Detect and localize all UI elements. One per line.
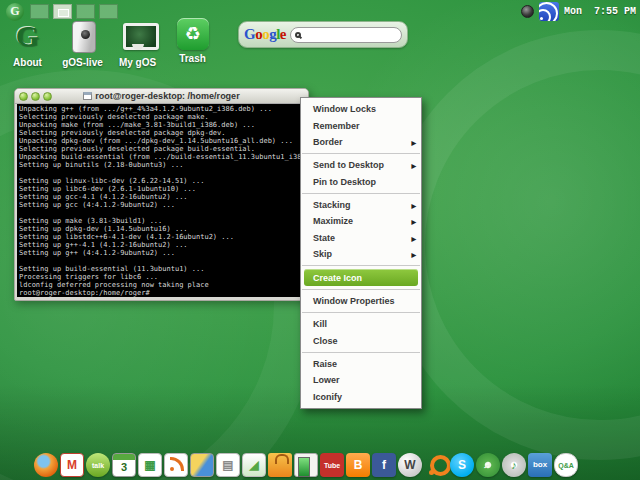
gmail-icon[interactable]: M <box>60 453 84 477</box>
google-shopping-icon[interactable] <box>268 453 292 477</box>
workspace-3[interactable] <box>76 4 95 19</box>
terminal-titlebar[interactable]: root@roger-desktop: /home/roger <box>15 89 308 104</box>
menu-item-window-locks[interactable]: Window Locks ▶ <box>301 101 421 117</box>
desktop-icon-my-gos[interactable]: My gOS <box>110 18 165 68</box>
menu-item-raise[interactable]: Raise ▶ <box>301 356 421 372</box>
google-maps-icon[interactable] <box>190 453 214 477</box>
terminal-line: Setting up build-essential (11.3ubuntu1)… <box>19 265 304 273</box>
terminal-line: Setting up linux-libc-dev (2.6.22-14.51)… <box>19 177 304 185</box>
google-logo-letter: e <box>280 26 286 42</box>
desktop-icon-label: My gOS <box>119 57 156 68</box>
submenu-arrow-icon: ▶ <box>411 138 416 145</box>
wifi-signal-dot <box>540 17 543 20</box>
google-finance-icon[interactable]: ◢ <box>242 453 266 477</box>
background-swirl <box>385 30 640 460</box>
google-search-widget: Google <box>238 21 408 48</box>
jukebox-icon[interactable] <box>294 453 318 477</box>
terminal-line: Setting up binutils (2.18-0ubuntu3) ... <box>19 161 304 169</box>
terminal-line: Setting up g++ (4:4.1.2-9ubuntu2) ... <box>19 249 304 257</box>
google-news-icon[interactable]: ▤ <box>216 453 240 477</box>
terminal-line: Setting up dpkg-dev (1.14.5ubuntu16) ... <box>19 225 304 233</box>
terminal-window[interactable]: root@roger-desktop: /home/roger Unpackin… <box>14 88 309 301</box>
workspace-pager <box>30 4 118 19</box>
media-player-icon[interactable]: ♪ <box>502 453 526 477</box>
terminal-line: Setting up make (3.81-3build1) ... <box>19 217 304 225</box>
desktop-icon-image <box>120 18 156 54</box>
window-context-menu: Window Locks ▶ Remember ▶ Border ▶ ▶ Sen… <box>300 97 422 409</box>
system-tray: Mon 7:55 PM <box>521 2 638 21</box>
google-docs-icon[interactable]: ▦ <box>138 453 162 477</box>
menu-item-create-icon[interactable]: Create Icon ▶ <box>304 269 418 285</box>
desktop-icon-label: About <box>13 57 42 68</box>
menu-item-remember[interactable]: Remember ▶ <box>301 117 421 133</box>
terminal-line: Unpacking g++ (from .../g++_4%3a4.1.2-9u… <box>19 105 304 113</box>
menu-item-stacking[interactable]: Stacking ▶ <box>301 197 421 213</box>
desktop-icon-image: G <box>10 18 46 54</box>
workspace-1[interactable] <box>30 4 49 19</box>
window-close-button[interactable] <box>43 92 52 101</box>
workspace-4[interactable] <box>99 4 118 19</box>
menu-item-iconify[interactable]: Iconify ▶ <box>301 389 421 405</box>
terminal-line: ldconfig deferred processing now taking … <box>19 281 304 289</box>
menu-item: ▶ <box>302 193 420 194</box>
facebook-icon[interactable]: f <box>372 453 396 477</box>
menu-item: ▶ <box>302 265 420 266</box>
google-calendar-icon[interactable]: 3 <box>112 453 136 477</box>
terminal-line: Unpacking dpkg-dev (from .../dpkg-dev_1.… <box>19 137 304 145</box>
desktop-background: G Mon 7:55 PM G About gOS-live <box>0 0 640 480</box>
menu-item-border[interactable]: Border ▶ <box>301 134 421 150</box>
terminal-line <box>19 169 304 177</box>
submenu-arrow-icon: ▶ <box>411 202 416 209</box>
terminal-line <box>19 209 304 217</box>
terminal-line: Setting up gcc-4.1 (4.1.2-16ubuntu2) ... <box>19 193 304 201</box>
menu-item-send-to-desktop[interactable]: Send to Desktop ▶ <box>301 157 421 173</box>
search-icon <box>295 32 301 38</box>
window-menu-button[interactable] <box>19 92 28 101</box>
google-talk-icon[interactable]: talk <box>86 453 110 477</box>
meebo-icon[interactable] <box>424 453 448 477</box>
menu-item: ▶ <box>302 289 420 290</box>
window-minimize-button[interactable] <box>31 92 40 101</box>
google-logo-letter: G <box>244 26 255 42</box>
terminal-line: Unpacking build-essential (from .../buil… <box>19 153 304 161</box>
dock: M talk 3 ▦ ▤ <box>34 453 578 477</box>
google-logo: Google <box>244 26 286 43</box>
workspace-2[interactable] <box>53 4 72 19</box>
terminal-line: Unpacking make (from .../make_3.81-3buil… <box>19 121 304 129</box>
desktop-icon-image: ♻ <box>177 18 209 50</box>
menu-item-pin-to-desktop[interactable]: Pin to Desktop ▶ <box>301 174 421 190</box>
music-player-icon[interactable]: ♬ <box>476 453 500 477</box>
desktop-icon-about[interactable]: G About <box>0 18 55 68</box>
menu-item-window-properties[interactable]: Window Properties ▶ <box>301 293 421 309</box>
terminal-line: Selecting previously deselected package … <box>19 113 304 121</box>
youtube-icon[interactable]: Tube <box>320 453 344 477</box>
desktop-icon-gos-live[interactable]: gOS-live <box>55 18 110 68</box>
submenu-arrow-icon: ▶ <box>411 234 416 241</box>
wifi-icon[interactable] <box>539 2 559 21</box>
google-reader-icon[interactable] <box>164 453 188 477</box>
terminal-line: Processing triggers for libc6 ... <box>19 273 304 281</box>
menu-item-maximize[interactable]: Maximize ▶ <box>301 213 421 229</box>
menu-item-close[interactable]: Close ▶ <box>301 333 421 349</box>
menu-item-kill[interactable]: Kill ▶ <box>301 316 421 332</box>
volume-icon[interactable] <box>521 5 534 18</box>
search-input[interactable] <box>304 29 397 41</box>
menu-item-lower[interactable]: Lower ▶ <box>301 372 421 388</box>
skype-icon[interactable]: S <box>450 453 474 477</box>
box-icon[interactable]: box <box>528 453 552 477</box>
submenu-arrow-icon: ▶ <box>411 251 416 258</box>
terminal-line: root@roger-desktop:/home/roger# <box>19 289 304 297</box>
menu-item-state[interactable]: State ▶ <box>301 230 421 246</box>
terminal-icon <box>83 92 92 100</box>
menu-item-skip[interactable]: Skip ▶ <box>301 246 421 262</box>
terminal-title: root@roger-desktop: /home/roger <box>15 91 308 101</box>
submenu-arrow-icon: ▶ <box>411 162 416 169</box>
faqly-icon[interactable]: Q&A <box>554 453 578 477</box>
wikipedia-icon[interactable]: W <box>398 453 422 477</box>
clock[interactable]: Mon 7:55 PM <box>564 6 638 17</box>
terminal-line <box>19 257 304 265</box>
firefox-icon[interactable] <box>34 453 58 477</box>
blogger-icon[interactable]: B <box>346 453 370 477</box>
desktop-icon-trash[interactable]: ♻ Trash <box>165 18 220 68</box>
terminal-output[interactable]: Unpacking g++ (from .../g++_4%3a4.1.2-9u… <box>17 104 306 297</box>
